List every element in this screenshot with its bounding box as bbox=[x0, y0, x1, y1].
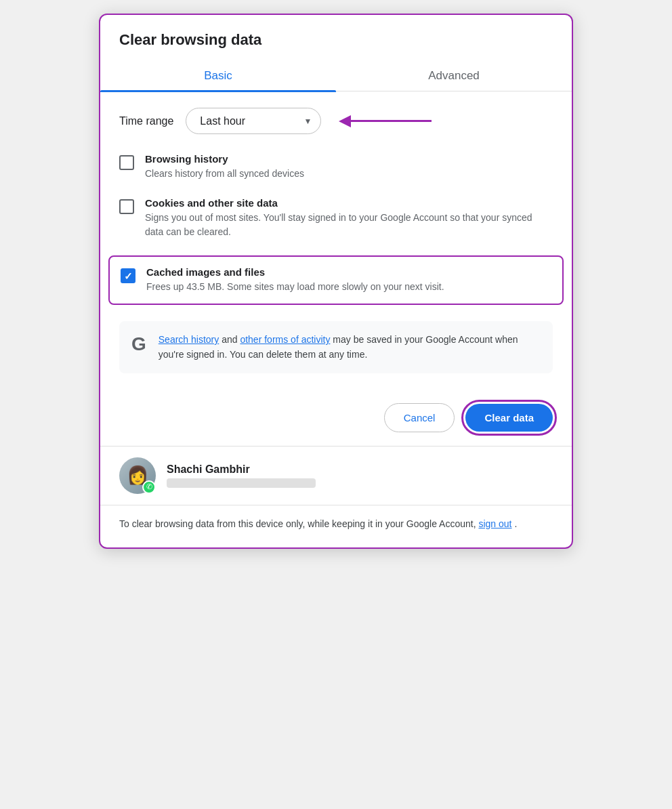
google-g-logo: G bbox=[131, 333, 146, 355]
dialog-title: Clear browsing data bbox=[100, 15, 572, 60]
time-range-row: Time range Last hour Last 24 hours Last … bbox=[119, 108, 553, 134]
checkbox-cookies[interactable] bbox=[119, 199, 134, 214]
time-range-select-wrap: Last hour Last 24 hours Last 7 days Last… bbox=[186, 108, 321, 134]
cancel-button[interactable]: Cancel bbox=[384, 403, 455, 432]
checkbox-row-browsing-history: Browsing history Clears history from all… bbox=[119, 153, 553, 181]
checkbox-wrap-browsing-history bbox=[119, 155, 134, 170]
checkbox-desc-cookies: Signs you out of most sites. You'll stay… bbox=[145, 211, 553, 239]
checkbox-row-cookies: Cookies and other site data Signs you ou… bbox=[119, 197, 553, 239]
arrow-line bbox=[350, 120, 432, 122]
sign-out-link[interactable]: sign out bbox=[478, 518, 511, 529]
checkbox-wrap-cookies bbox=[119, 199, 134, 214]
time-range-label: Time range bbox=[119, 115, 173, 127]
clear-browsing-data-dialog: Clear browsing data Basic Advanced Time … bbox=[99, 14, 573, 549]
whatsapp-badge: ✆ bbox=[142, 480, 156, 494]
tab-advanced[interactable]: Advanced bbox=[336, 60, 572, 91]
time-range-select[interactable]: Last hour Last 24 hours Last 7 days Last… bbox=[186, 108, 321, 134]
avatar-wrap: 👩 ✆ bbox=[119, 457, 156, 494]
google-account-info-box: G Search history and other forms of acti… bbox=[119, 321, 553, 373]
checkbox-desc-cached: Frees up 43.5 MB. Some sites may load mo… bbox=[146, 280, 444, 294]
footer-note: To clear browsing data from this device … bbox=[100, 505, 572, 547]
other-forms-link[interactable]: other forms of activity bbox=[240, 334, 330, 345]
cached-highlight-box: Cached images and files Frees up 43.5 MB… bbox=[108, 255, 564, 305]
clear-data-button[interactable]: Clear data bbox=[465, 404, 553, 432]
checkbox-title-browsing-history: Browsing history bbox=[145, 153, 304, 165]
checkbox-content-cached: Cached images and files Frees up 43.5 MB… bbox=[146, 266, 444, 294]
arrow-annotation bbox=[339, 115, 432, 127]
footer-text-after: . bbox=[514, 518, 517, 529]
arrow-head-icon bbox=[339, 115, 351, 127]
checkbox-content-cookies: Cookies and other site data Signs you ou… bbox=[145, 197, 553, 239]
user-email-blurred bbox=[167, 478, 316, 488]
checkbox-title-cached: Cached images and files bbox=[146, 266, 444, 278]
user-name: Shachi Gambhir bbox=[167, 463, 316, 476]
checkbox-desc-browsing-history: Clears history from all synced devices bbox=[145, 167, 304, 181]
info-text-and: and bbox=[222, 334, 240, 345]
checkbox-wrap-cached bbox=[121, 268, 135, 283]
checkbox-content-browsing-history: Browsing history Clears history from all… bbox=[145, 153, 304, 181]
user-info: Shachi Gambhir bbox=[167, 463, 316, 488]
whatsapp-icon: ✆ bbox=[146, 482, 152, 491]
search-history-link[interactable]: Search history bbox=[159, 334, 219, 345]
checkbox-cached[interactable] bbox=[121, 268, 135, 283]
user-row: 👩 ✆ Shachi Gambhir bbox=[100, 446, 572, 505]
info-box-text: Search history and other forms of activi… bbox=[159, 332, 541, 362]
dialog-content: Time range Last hour Last 24 hours Last … bbox=[100, 91, 572, 373]
tabs-container: Basic Advanced bbox=[100, 60, 572, 91]
tab-basic[interactable]: Basic bbox=[100, 60, 336, 91]
dialog-actions: Cancel Clear data bbox=[100, 392, 572, 446]
checkbox-browsing-history[interactable] bbox=[119, 155, 134, 170]
checkbox-title-cookies: Cookies and other site data bbox=[145, 197, 553, 209]
footer-text-before: To clear browsing data from this device … bbox=[119, 518, 478, 529]
